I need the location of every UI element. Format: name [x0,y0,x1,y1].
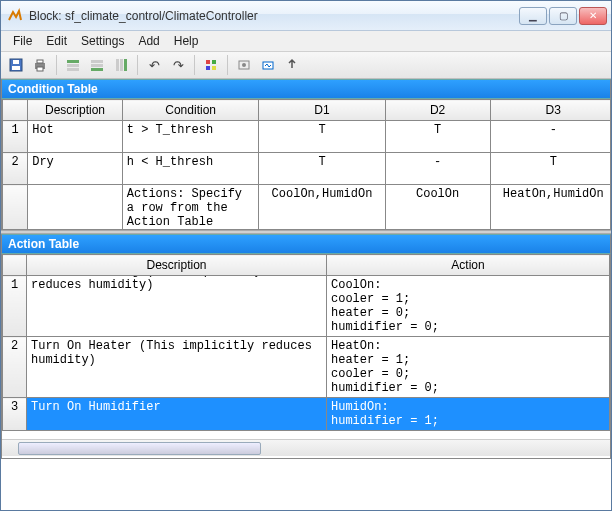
svg-rect-10 [91,64,103,67]
cell-text-clipped: Turn On Cooling (This implicitly [31,276,322,279]
action-table-header: Action Table [1,234,611,254]
svg-rect-8 [67,68,79,71]
svg-rect-1 [12,66,20,70]
cell-description[interactable]: Turn On Cooling (This implicitly reduces… [27,276,327,337]
cell-action[interactable]: HeatOn: heater = 1; cooler = 0; humidifi… [327,337,610,398]
svg-rect-13 [120,59,123,71]
cell-d2[interactable]: CoolOn [385,185,490,230]
insert-row-before-icon[interactable] [62,54,84,76]
row-number: 1 [3,121,28,153]
menu-file[interactable]: File [7,33,38,49]
col-d3[interactable]: D3 [490,100,610,121]
menu-settings[interactable]: Settings [75,33,130,49]
row-number: 1 [3,276,27,337]
svg-rect-12 [116,59,119,71]
menu-help[interactable]: Help [168,33,205,49]
scrollbar-thumb[interactable] [18,442,261,455]
print-icon[interactable] [29,54,51,76]
cell-action[interactable]: HumidOn: humidifier = 1; [327,398,610,431]
col-blank[interactable] [3,100,28,121]
col-description[interactable]: Description [27,255,327,276]
simulink-icon[interactable] [257,54,279,76]
svg-rect-7 [67,64,79,67]
goto-icon[interactable] [281,54,303,76]
cell-d1[interactable]: CoolOn,HumidOn [259,185,385,230]
condition-table-header: Condition Table [1,79,611,99]
matlab-icon [7,8,23,24]
svg-rect-4 [37,60,43,63]
toolbar: ↶ ↷ [1,51,611,79]
cell-d3[interactable]: T [490,153,610,185]
menubar: File Edit Settings Add Help [1,31,611,51]
cell-description[interactable] [28,185,123,230]
condition-row[interactable]: 1 Hot t > T_thresh T T - - [3,121,611,153]
condition-actions-row[interactable]: Actions: Specify a row from the Action T… [3,185,611,230]
save-icon[interactable] [5,54,27,76]
col-action[interactable]: Action [327,255,610,276]
cell-action[interactable]: CoolOn: cooler = 1; heater = 0; humidifi… [327,276,610,337]
col-blank[interactable] [3,255,27,276]
col-d1[interactable]: D1 [259,100,385,121]
svg-rect-6 [67,60,79,63]
col-condition[interactable]: Condition [122,100,259,121]
cell-condition[interactable]: Actions: Specify a row from the Action T… [122,185,259,230]
cell-d2[interactable]: T [385,121,490,153]
cell-d2[interactable]: - [385,153,490,185]
row-number: 3 [3,398,27,431]
svg-point-20 [242,63,246,67]
window-controls: ▁ ▢ ✕ [519,7,607,25]
undo-icon[interactable]: ↶ [143,54,165,76]
row-number: 2 [3,337,27,398]
condition-table-scroll[interactable]: Description Condition D1 D2 D3 D4 1 Hot … [2,99,610,229]
condition-row[interactable]: 2 Dry h < H_thresh T - T - [3,153,611,185]
close-button[interactable]: ✕ [579,7,607,25]
menu-add[interactable]: Add [132,33,165,49]
action-row[interactable]: 2 Turn On Heater (This implicitly reduce… [3,337,610,398]
maximize-button[interactable]: ▢ [549,7,577,25]
action-code: HeatOn: heater = 1; cooler = 0; humidifi… [331,339,605,395]
action-code: HumidOn: humidifier = 1; [331,400,605,428]
svg-rect-9 [91,60,103,63]
svg-rect-15 [206,60,210,64]
svg-rect-11 [91,68,103,71]
cell-condition[interactable]: t > T_thresh [122,121,259,153]
col-d2[interactable]: D2 [385,100,490,121]
cell-description[interactable]: Turn On Heater (This implicitly reduces … [27,337,327,398]
condition-table: Description Condition D1 D2 D3 D4 1 Hot … [1,99,611,230]
condition-header-row: Description Condition D1 D2 D3 D4 [3,100,611,121]
cell-d1[interactable]: T [259,153,385,185]
window-title: Block: sf_climate_control/ClimateControl… [29,9,519,23]
svg-rect-17 [206,66,210,70]
action-hscrollbar[interactable] [2,439,610,456]
cell-d3[interactable]: - [490,121,610,153]
action-code: CoolOn: cooler = 1; heater = 0; humidifi… [331,278,605,334]
svg-rect-14 [124,59,127,71]
insert-col-icon[interactable] [110,54,132,76]
build-icon[interactable] [233,54,255,76]
action-table: Description Action 1 Turn On Cooling (Th… [1,254,611,459]
insert-row-after-icon[interactable] [86,54,108,76]
diagnostics-icon[interactable] [200,54,222,76]
cell-description[interactable]: Hot [28,121,123,153]
svg-rect-2 [13,60,19,64]
cell-description[interactable]: Turn On Humidifier [27,398,327,431]
redo-icon[interactable]: ↷ [167,54,189,76]
cell-condition[interactable]: h < H_thresh [122,153,259,185]
content-area: Condition Table Description Condition D1… [1,79,611,459]
titlebar: Block: sf_climate_control/ClimateControl… [1,1,611,31]
cell-text: reduces humidity) [31,278,322,292]
svg-rect-5 [37,67,43,71]
action-row[interactable]: 1 Turn On Cooling (This implicitly reduc… [3,276,610,337]
cell-d1[interactable]: T [259,121,385,153]
action-row-selected[interactable]: 3 Turn On Humidifier HumidOn: humidifier… [3,398,610,431]
minimize-button[interactable]: ▁ [519,7,547,25]
action-header-row: Description Action [3,255,610,276]
menu-edit[interactable]: Edit [40,33,73,49]
row-number [3,185,28,230]
row-number: 2 [3,153,28,185]
svg-rect-18 [212,66,216,70]
col-description[interactable]: Description [28,100,123,121]
svg-rect-16 [212,60,216,64]
cell-d3[interactable]: HeatOn,HumidOn [490,185,610,230]
cell-description[interactable]: Dry [28,153,123,185]
